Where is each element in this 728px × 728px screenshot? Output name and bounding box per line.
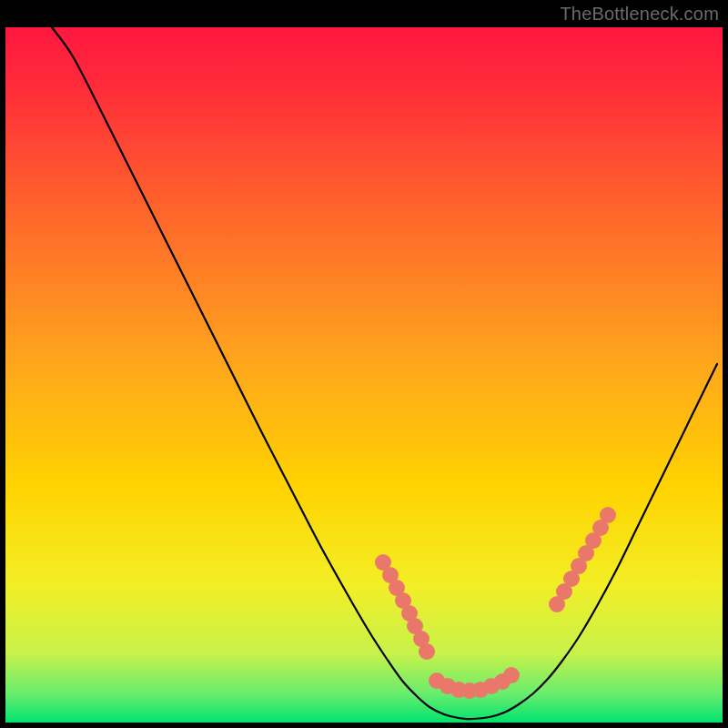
watermark-text: TheBottleneck.com [560,4,719,25]
bottleneck-curve-chart [0,0,728,728]
chart-container: TheBottleneck.com [0,0,728,728]
data-dot [600,507,616,523]
data-dot [419,643,435,660]
data-dot [503,667,520,683]
gradient-background [5,27,723,723]
